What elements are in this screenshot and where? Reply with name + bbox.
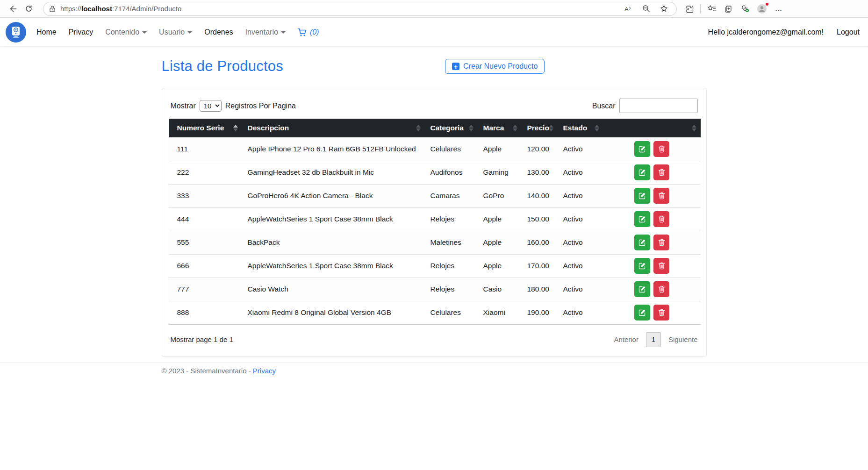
edit-button[interactable] bbox=[634, 188, 650, 204]
header-estado[interactable]: Estado bbox=[558, 119, 603, 137]
delete-button[interactable] bbox=[653, 188, 669, 204]
previous-page-button[interactable]: Anterior bbox=[614, 335, 638, 343]
cell-descripcion: GamingHeadset 32 db Blackbuilt in Mic bbox=[242, 161, 425, 184]
edit-button[interactable] bbox=[634, 305, 650, 320]
pencil-square-icon bbox=[638, 285, 646, 293]
copyright-text: © 2023 - SistemaInventario - bbox=[162, 367, 251, 375]
trash-icon bbox=[658, 285, 665, 293]
cell-estado: Activo bbox=[558, 254, 603, 278]
create-product-label: Crear Nuevo Producto bbox=[463, 62, 538, 71]
cell-marca: Apple bbox=[478, 137, 522, 161]
nav-item-inventario[interactable]: Inventario bbox=[245, 28, 286, 36]
address-bar[interactable]: https://localhost:7174/Admin/Producto A bbox=[43, 2, 677, 16]
table-row: 444 AppleWatchSeries 1 Sport Case 38mm B… bbox=[169, 207, 701, 231]
header-categoria[interactable]: Categoria bbox=[425, 119, 478, 137]
header-marca[interactable]: Marca bbox=[478, 119, 522, 137]
nav-item-usuario[interactable]: Usuario bbox=[159, 28, 192, 36]
delete-button[interactable] bbox=[653, 258, 669, 274]
back-icon[interactable] bbox=[5, 2, 21, 16]
cell-categoria: Relojes bbox=[425, 207, 478, 231]
cart-link[interactable]: (0) bbox=[298, 28, 319, 36]
webcam-logo-icon bbox=[10, 26, 22, 38]
zoom-out-icon[interactable] bbox=[638, 2, 654, 16]
edit-button[interactable] bbox=[634, 211, 650, 227]
header-actions[interactable] bbox=[603, 119, 701, 137]
edit-button[interactable] bbox=[634, 141, 650, 157]
nav-item-ordenes[interactable]: Ordenes bbox=[204, 28, 233, 36]
read-aloud-icon[interactable]: A bbox=[620, 2, 636, 16]
trash-icon bbox=[658, 215, 665, 223]
nav-item-contenido[interactable]: Contenido bbox=[105, 28, 147, 36]
show-label: Mostrar bbox=[171, 102, 196, 110]
cell-categoria: Maletines bbox=[425, 231, 478, 254]
next-page-button[interactable]: Siguiente bbox=[668, 335, 698, 343]
table-row: 555 BackPack Maletines Apple 160.00 Acti… bbox=[169, 231, 701, 254]
table-row: 111 Apple IPhone 12 Pro 6.1 Ram 6GB 512F… bbox=[169, 137, 701, 161]
extensions-icon[interactable] bbox=[681, 2, 697, 16]
delete-button[interactable] bbox=[653, 305, 669, 320]
cell-precio: 130.00 bbox=[522, 161, 558, 184]
edit-button[interactable] bbox=[634, 258, 650, 274]
lock-icon[interactable] bbox=[49, 5, 56, 13]
delete-button[interactable] bbox=[653, 281, 669, 297]
header-descripcion[interactable]: Descripcion bbox=[242, 119, 425, 137]
pencil-square-icon bbox=[638, 169, 646, 176]
header-precio[interactable]: Precio bbox=[522, 119, 558, 137]
cell-numero-serie: 888 bbox=[169, 301, 242, 324]
cell-estado: Activo bbox=[558, 207, 603, 231]
cell-descripcion: Apple IPhone 12 Pro 6.1 Ram 6GB 512FB Un… bbox=[242, 137, 425, 161]
delete-button[interactable] bbox=[653, 235, 669, 250]
favorites-bar-icon[interactable] bbox=[703, 2, 719, 16]
user-greeting-link[interactable]: Hello jcalderongomez@gmail.com! bbox=[708, 28, 824, 36]
nav-item-home[interactable]: Home bbox=[36, 28, 57, 36]
cell-precio: 150.00 bbox=[522, 207, 558, 231]
delete-button[interactable] bbox=[653, 141, 669, 157]
svg-text:A: A bbox=[624, 6, 629, 13]
footer-privacy-link[interactable]: Privacy bbox=[253, 367, 276, 375]
table-row: 777 Casio Watch Relojes Casio 180.00 Act… bbox=[169, 278, 701, 301]
cart-count: (0) bbox=[310, 28, 319, 36]
cell-estado: Activo bbox=[558, 184, 603, 207]
header-numero-serie[interactable]: Numero Serie bbox=[169, 119, 242, 137]
nav-item-privacy[interactable]: Privacy bbox=[69, 28, 93, 36]
cell-marca: Apple bbox=[478, 254, 522, 278]
create-product-button[interactable]: + Crear Nuevo Producto bbox=[445, 59, 545, 74]
site-navbar: Home Privacy Contenido Usuario Ordenes I… bbox=[0, 18, 868, 47]
pencil-square-icon bbox=[638, 309, 646, 316]
cell-numero-serie: 777 bbox=[169, 278, 242, 301]
trash-icon bbox=[658, 239, 665, 246]
cell-marca: Casio bbox=[478, 278, 522, 301]
current-page-button[interactable]: 1 bbox=[646, 332, 661, 347]
settings-more-icon[interactable]: ... bbox=[771, 2, 787, 16]
cell-categoria: Relojes bbox=[425, 278, 478, 301]
table-row: 333 GoProHero6 4K Action Camera - Black … bbox=[169, 184, 701, 207]
delete-button[interactable] bbox=[653, 211, 669, 227]
url-text[interactable]: https://localhost:7174/Admin/Producto bbox=[60, 5, 620, 13]
per-page-label: Registros Por Pagina bbox=[225, 102, 296, 110]
nav-item-inventario-label: Inventario bbox=[245, 28, 278, 36]
edit-button[interactable] bbox=[634, 281, 650, 297]
cell-estado: Activo bbox=[558, 278, 603, 301]
browser-essentials-icon[interactable] bbox=[737, 2, 753, 16]
delete-button[interactable] bbox=[653, 164, 669, 180]
cell-precio: 180.00 bbox=[522, 278, 558, 301]
profile-avatar[interactable] bbox=[754, 2, 770, 16]
cell-numero-serie: 222 bbox=[169, 161, 242, 184]
favorite-star-icon[interactable] bbox=[656, 2, 672, 16]
sort-icon bbox=[692, 125, 696, 131]
pencil-square-icon bbox=[638, 215, 646, 223]
page-size-select[interactable]: 10 bbox=[200, 100, 222, 112]
cell-categoria: Audifonos bbox=[425, 161, 478, 184]
trash-icon bbox=[658, 309, 665, 316]
table-header-row: Numero Serie Descripcion Categoria Marca… bbox=[169, 119, 701, 137]
collections-icon[interactable] bbox=[720, 2, 736, 16]
table-row: 222 GamingHeadset 32 db Blackbuilt in Mi… bbox=[169, 161, 701, 184]
chevron-down-icon bbox=[281, 31, 286, 34]
edit-button[interactable] bbox=[634, 235, 650, 250]
logout-link[interactable]: Logout bbox=[837, 28, 860, 36]
brand-logo[interactable] bbox=[6, 22, 26, 43]
search-input[interactable] bbox=[619, 99, 698, 113]
header-label: Precio bbox=[527, 124, 549, 132]
refresh-icon[interactable] bbox=[21, 2, 36, 16]
edit-button[interactable] bbox=[634, 164, 650, 180]
